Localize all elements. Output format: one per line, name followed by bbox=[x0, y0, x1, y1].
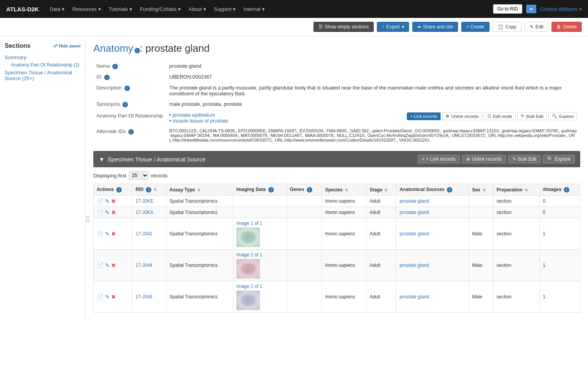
user-menu[interactable]: Cristina Williams ▾ bbox=[540, 6, 582, 12]
delete-row-icon[interactable]: ✖ bbox=[111, 231, 116, 237]
anatomy-explore-button[interactable]: 🔍 Explore bbox=[548, 112, 577, 120]
anatomical-source-link[interactable]: prostate gland bbox=[399, 294, 429, 300]
rid-link[interactable]: 17-J042 bbox=[135, 231, 152, 237]
anatomy-link-records-button[interactable]: + Link records bbox=[407, 112, 441, 120]
copy-button[interactable]: 📋 Copy bbox=[493, 22, 522, 32]
create-button[interactable]: + Create bbox=[461, 22, 489, 32]
col-preparation[interactable]: Preparation ⇅ bbox=[494, 184, 540, 196]
sidebar: Sections ☍ Hide panel Summary Anatomy Pa… bbox=[0, 36, 86, 319]
cell-sex-1 bbox=[469, 207, 493, 218]
specimen-explore-button[interactable]: 🔍 Explore bbox=[543, 155, 575, 163]
nav-funding[interactable]: Funding/Collabs ▾ bbox=[140, 6, 181, 12]
export-button[interactable]: ↑ Export ▾ bbox=[377, 22, 409, 32]
image-link[interactable]: Image 1 of 1 bbox=[236, 221, 284, 226]
anatomy-edit-mode-button[interactable]: ☷ Edit mode bbox=[484, 112, 516, 120]
cell-sex-3: Male bbox=[469, 250, 493, 281]
sidebar-item-summary[interactable]: Summary bbox=[5, 53, 80, 61]
specimen-bulk-edit-button[interactable]: ✎ Bulk Edit bbox=[508, 155, 541, 163]
col-sex[interactable]: Sex ⇅ bbox=[469, 184, 493, 196]
rid-link[interactable]: 17-J0KA bbox=[135, 210, 153, 215]
cell-rid-0: 17-J0KE bbox=[132, 196, 166, 207]
image-link[interactable]: Image 1 of 1 bbox=[236, 252, 284, 258]
col-rid[interactable]: RID i ⇅ bbox=[132, 184, 166, 196]
anatomical-source-link[interactable]: prostate gland bbox=[399, 263, 429, 268]
delete-row-icon[interactable]: ✖ bbox=[111, 209, 116, 216]
content: Anatomyi: prostate gland Name i prostate… bbox=[86, 36, 588, 319]
col-stage[interactable]: Stage ⇅ bbox=[366, 184, 396, 196]
sidebar-item-anatomy-part[interactable]: Anatomy Part Of Relationship (2) bbox=[5, 61, 80, 68]
anatomy-bulk-edit-button[interactable]: ✎ Bulk Edit bbox=[517, 112, 546, 120]
cell-assay-1: Spatial Transcriptomics bbox=[166, 207, 233, 218]
anatomical-source-link[interactable]: prostate gland bbox=[399, 210, 429, 215]
view-icon[interactable]: 📄 bbox=[97, 231, 103, 237]
thumbnail[interactable] bbox=[236, 291, 260, 310]
view-icon[interactable]: 📄 bbox=[97, 209, 103, 216]
info-table: Name i prostate gland ID i UBERON:000236… bbox=[93, 61, 580, 145]
nav-resources[interactable]: Resources ▾ bbox=[72, 6, 101, 12]
thumbnail[interactable] bbox=[236, 228, 260, 247]
edit-row-icon[interactable]: ✎ bbox=[105, 209, 110, 216]
delete-row-icon[interactable]: ✖ bbox=[111, 198, 116, 204]
rid-link[interactable]: 17-J0KE bbox=[135, 198, 153, 204]
description-info-icon[interactable]: i bbox=[124, 86, 130, 91]
cell-genes-2 bbox=[287, 218, 322, 250]
images-info-icon[interactable]: i bbox=[564, 187, 569, 193]
cell-rid-2: 17-J042 bbox=[132, 218, 166, 250]
anatomical-sources-info-icon[interactable]: i bbox=[447, 187, 452, 193]
delete-row-icon[interactable]: ✖ bbox=[111, 262, 116, 268]
go-to-rid-button[interactable]: Go to RID bbox=[493, 4, 522, 14]
rid-link[interactable]: 17-J046 bbox=[135, 294, 152, 300]
thumbnail[interactable] bbox=[236, 259, 260, 279]
name-info-icon[interactable]: i bbox=[112, 64, 118, 69]
view-icon[interactable]: 📄 bbox=[97, 262, 103, 268]
sidebar-item-specimen-tissue[interactable]: Specimen Tissue / Anatomical Source (25+… bbox=[5, 68, 80, 82]
edit-button[interactable]: ✎ Edit bbox=[525, 22, 549, 32]
edit-row-icon[interactable]: ✎ bbox=[105, 231, 110, 237]
muscle-tissue-link[interactable]: muscle tissue of prostate bbox=[172, 118, 228, 124]
table-row: 📄 ✎ ✖ 17-J046Spatial Transcriptomics Ima… bbox=[94, 281, 580, 313]
anatomy-unlink-records-button[interactable]: ⊗ Unlink records bbox=[442, 112, 482, 120]
imaging-info-icon[interactable]: i bbox=[268, 187, 274, 193]
anatomical-source-link[interactable]: prostate gland bbox=[399, 231, 429, 237]
per-page-select[interactable]: 25 10 50 100 bbox=[129, 171, 149, 180]
cell-imaging-0 bbox=[233, 196, 287, 207]
delete-row-icon[interactable]: ✖ bbox=[111, 294, 116, 300]
nav-about[interactable]: About ▾ bbox=[189, 6, 206, 12]
nav-internal[interactable]: Internal ▾ bbox=[243, 6, 264, 12]
rid-link[interactable]: 17-J044 bbox=[135, 263, 152, 268]
view-icon[interactable]: 📄 bbox=[97, 198, 103, 204]
drag-handle[interactable] bbox=[86, 215, 91, 224]
cell-stage-1: Adult bbox=[366, 207, 396, 218]
synonyms-info-icon[interactable]: i bbox=[122, 102, 128, 107]
svg-point-5 bbox=[242, 265, 248, 269]
nav-tutorials[interactable]: Tutorials ▾ bbox=[109, 6, 132, 12]
id-info-icon[interactable]: i bbox=[104, 75, 110, 80]
cell-genes-4 bbox=[287, 281, 322, 313]
specimen-link-records-button[interactable]: + + Link records bbox=[418, 155, 460, 163]
edit-row-icon[interactable]: ✎ bbox=[105, 294, 110, 300]
view-icon[interactable]: 📄 bbox=[97, 294, 103, 300]
rid-info-icon[interactable]: i bbox=[146, 187, 151, 193]
show-empty-sections-button[interactable]: ☰ Show empty sections bbox=[313, 22, 374, 32]
delete-button[interactable]: 🗑 Delete bbox=[551, 22, 582, 32]
actions-info-icon[interactable]: i bbox=[116, 187, 122, 193]
anatomical-source-link[interactable]: prostate gland bbox=[399, 198, 429, 204]
col-assay-type[interactable]: Assay Type ⇅ bbox=[166, 184, 233, 196]
nav-support[interactable]: Support ▾ bbox=[214, 6, 236, 12]
nav-data[interactable]: Data ▾ bbox=[50, 6, 65, 12]
edit-row-icon[interactable]: ✎ bbox=[105, 198, 110, 204]
prostate-epithelium-link[interactable]: prostate epithelium bbox=[172, 112, 215, 118]
table-row: 📄 ✎ ✖ 17-J042Spatial Transcriptomics Ima… bbox=[94, 218, 580, 250]
title-info-icon[interactable]: i bbox=[135, 48, 140, 53]
share-arrow-button[interactable]: ➤ bbox=[526, 5, 536, 13]
share-cite-button[interactable]: ➦ Share and cite bbox=[412, 22, 458, 32]
alternate-ids-info-icon[interactable]: i bbox=[128, 129, 134, 135]
genes-info-icon[interactable]: i bbox=[307, 187, 312, 193]
cell-actions-3: 📄 ✎ ✖ bbox=[94, 250, 132, 281]
edit-row-icon[interactable]: ✎ bbox=[105, 262, 110, 268]
hide-panel-button[interactable]: ☍ Hide panel bbox=[53, 44, 80, 49]
specimen-unlink-records-button[interactable]: ⊗ Unlink records bbox=[462, 155, 506, 163]
cell-species-2: Homo sapiens bbox=[322, 218, 366, 250]
col-species[interactable]: Species ⇅ bbox=[322, 184, 366, 196]
image-link[interactable]: Image 1 of 1 bbox=[236, 284, 284, 289]
